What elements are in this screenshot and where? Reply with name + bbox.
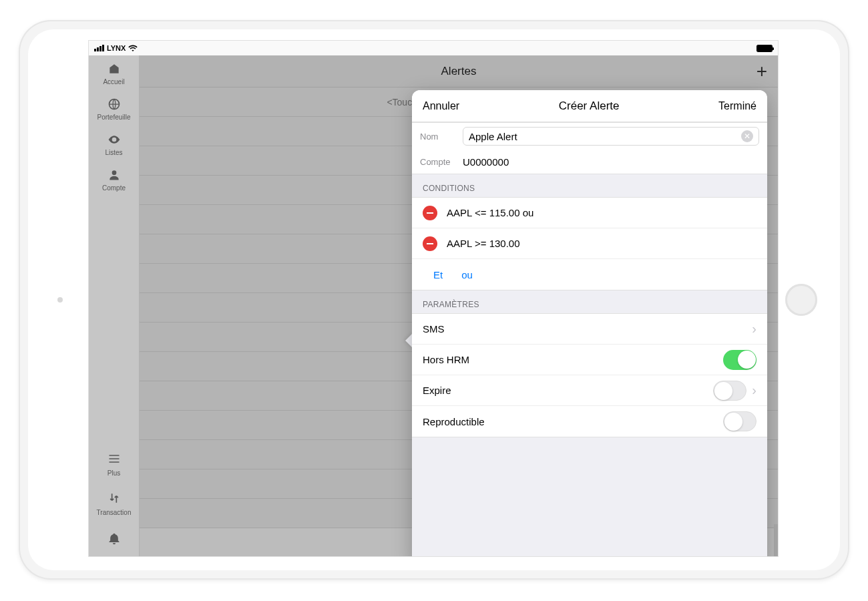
hamburger-icon [107,453,121,467]
battery-icon [756,45,773,52]
condition-text: AAPL <= 115.00 ou [447,207,533,218]
transaction-icon [107,493,121,506]
status-left: LYNX [94,44,138,52]
svg-point-1 [112,170,116,175]
app-body: Accueil Portefeuille Listes Compte [89,55,778,556]
sidebar-item-more[interactable]: Plus [89,445,139,485]
logic-row: Et ou [412,259,767,290]
condition-text: AAPL >= 130.00 [447,238,520,249]
alerts-header: Alertes + [140,55,778,87]
carrier-label: LYNX [107,44,126,52]
expire-label: Expire [423,385,451,396]
sidebar-label: Plus [107,469,120,477]
create-alert-modal: Annuler Créer Alerte Terminé Nom ✕ Compt… [412,90,767,557]
ipad-frame: LYNX Accueil Portefeuil [19,20,849,580]
expire-toggle[interactable] [713,381,746,401]
condition-row[interactable]: AAPL <= 115.00 ou [412,198,767,228]
sidebar-item-home[interactable]: Accueil [89,55,139,91]
alert-name-input[interactable] [469,131,741,142]
chevron-right-icon: › [752,383,756,398]
name-input-wrap[interactable]: ✕ [463,127,759,146]
sidebar-label: Portefeuille [97,114,130,121]
home-button[interactable] [785,284,817,316]
screen: LYNX Accueil Portefeuil [88,40,779,557]
settings-header: PARAMÈTRES [412,290,767,313]
name-row: Nom ✕ [412,123,767,150]
camera-dot-icon [57,297,63,303]
sidebar-label: Compte [102,184,126,192]
done-button[interactable]: Terminé [718,100,756,112]
sidebar-label: Accueil [103,78,124,85]
modal-title: Créer Alerte [559,99,620,113]
signal-icon [94,45,104,51]
sidebar: Accueil Portefeuille Listes Compte [89,55,140,556]
chevron-right-icon: › [752,321,756,337]
account-value: U0000000 [463,152,509,172]
hors-hrm-label: Hors HRM [423,354,469,365]
settings-group: SMS › Hors HRM Expire [412,313,767,437]
clear-icon[interactable]: ✕ [741,130,753,142]
repeat-toggle[interactable] [723,411,756,431]
status-bar: LYNX [89,41,778,55]
globe-icon [107,97,121,111]
alerts-title: Alertes [441,65,477,78]
eye-icon [107,133,121,146]
setting-repeat: Reproductible [412,406,767,437]
cancel-button[interactable]: Annuler [423,100,459,112]
account-label: Compte [420,157,463,167]
sidebar-label: Listes [105,149,122,156]
logic-and-button[interactable]: Et [433,269,443,280]
repeat-label: Reproductible [423,416,485,427]
modal-header: Annuler Créer Alerte Terminé [412,90,767,122]
person-icon [107,168,121,182]
hors-hrm-toggle[interactable] [723,350,756,370]
sidebar-item-portfolio[interactable]: Portefeuille [89,91,139,126]
setting-sms[interactable]: SMS › [412,314,767,345]
sms-label: SMS [423,323,445,335]
name-label: Nom [420,132,463,142]
sidebar-item-transaction[interactable]: Transaction [89,485,139,524]
wifi-icon [128,45,138,51]
remove-condition-button[interactable] [423,206,437,220]
setting-expire[interactable]: Expire › [412,375,767,406]
conditions-header: CONDITIONS [412,174,767,197]
condition-row[interactable]: AAPL >= 130.00 [412,228,767,259]
home-icon [107,62,121,75]
sidebar-item-lists[interactable]: Listes [89,126,139,162]
account-row: Compte U0000000 [412,150,767,174]
scrollbar-hint [774,524,778,556]
conditions-group: AAPL <= 115.00 ou AAPL >= 130.00 Et ou [412,197,767,290]
name-account-section: Nom ✕ Compte U0000000 [412,122,767,174]
add-alert-button[interactable]: + [756,62,767,81]
sidebar-item-account[interactable]: Compte [89,162,139,197]
setting-hors-hrm: Hors HRM [412,345,767,375]
remove-condition-button[interactable] [423,236,437,251]
sidebar-label: Transaction [97,509,132,516]
modal-spacer [412,437,767,557]
sidebar-item-alerts[interactable] [89,524,139,556]
bell-icon [107,532,121,546]
logic-or-button[interactable]: ou [461,269,473,280]
